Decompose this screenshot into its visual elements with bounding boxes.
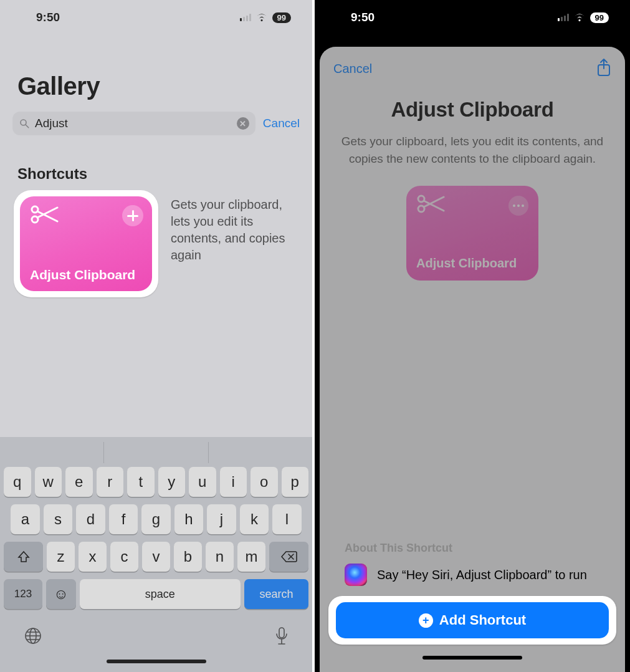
siri-hint-text: Say “Hey Siri, Adjust Clipboard” to run	[377, 568, 587, 582]
status-time: 9:50	[36, 11, 60, 24]
search-key[interactable]: search	[244, 579, 308, 609]
key-w[interactable]: w	[35, 467, 62, 497]
home-indicator[interactable]	[107, 660, 206, 663]
autocorrect-bar[interactable]	[0, 442, 312, 463]
status-time: 9:50	[351, 11, 375, 24]
key-x[interactable]: x	[79, 542, 107, 572]
scissors-icon	[416, 194, 445, 213]
svg-line-1	[26, 125, 29, 128]
scissors-icon	[30, 205, 59, 224]
keyboard[interactable]: qwertyuiop asdfghjkl zxcvbnm 123 ☺ space…	[0, 437, 312, 672]
key-s[interactable]: s	[44, 504, 73, 534]
key-a[interactable]: a	[11, 504, 40, 534]
search-cancel-button[interactable]: Cancel	[263, 117, 300, 130]
plus-circle-icon: +	[419, 613, 433, 628]
battery-badge: 99	[590, 12, 609, 23]
key-d[interactable]: d	[76, 504, 105, 534]
search-field[interactable]: ✕	[12, 112, 255, 135]
status-bar: 9:50 99	[0, 0, 312, 35]
key-c[interactable]: c	[110, 542, 138, 572]
about-heading: About This Shortcut	[328, 542, 616, 564]
home-indicator[interactable]	[422, 656, 522, 660]
search-input[interactable]	[35, 117, 232, 130]
shortcut-title: Adjust Clipboard	[320, 79, 625, 133]
key-r[interactable]: r	[97, 467, 124, 497]
cellular-icon	[240, 14, 251, 21]
shortcut-preview-card[interactable]: Adjust Clipboard	[406, 186, 538, 281]
key-g[interactable]: g	[141, 504, 171, 534]
siri-icon	[345, 564, 367, 586]
page-title: Gallery	[0, 35, 312, 112]
backspace-key[interactable]	[269, 542, 308, 572]
numbers-key[interactable]: 123	[4, 579, 42, 609]
dictation-key[interactable]	[275, 626, 289, 651]
key-y[interactable]: y	[158, 467, 186, 497]
key-l[interactable]: l	[272, 504, 302, 534]
emoji-key[interactable]: ☺	[46, 579, 76, 609]
add-icon[interactable]	[122, 205, 143, 226]
svg-rect-7	[279, 628, 284, 638]
section-heading-shortcuts: Shortcuts	[0, 135, 312, 190]
key-j[interactable]: j	[207, 504, 236, 534]
shortcut-subtitle: Gets your clipboard, lets you edit its c…	[320, 133, 625, 167]
globe-key[interactable]	[24, 626, 42, 651]
status-bar: 9:50 99	[315, 0, 630, 35]
cellular-icon	[558, 14, 569, 21]
key-z[interactable]: z	[47, 542, 75, 572]
key-p[interactable]: p	[282, 467, 309, 497]
battery-badge: 99	[272, 12, 291, 23]
add-shortcut-button[interactable]: + Add Shortcut	[336, 602, 609, 638]
wifi-icon	[573, 13, 586, 22]
key-b[interactable]: b	[174, 542, 202, 572]
wifi-icon	[255, 13, 268, 22]
key-e[interactable]: e	[65, 467, 93, 497]
clear-icon[interactable]: ✕	[237, 117, 249, 130]
key-n[interactable]: n	[206, 542, 234, 572]
key-q[interactable]: q	[4, 467, 31, 497]
add-shortcut-label: Add Shortcut	[439, 612, 526, 628]
key-u[interactable]: u	[189, 467, 216, 497]
siri-hint-row: Say “Hey Siri, Adjust Clipboard” to run	[328, 564, 616, 586]
cancel-button[interactable]: Cancel	[333, 62, 372, 76]
key-o[interactable]: o	[251, 467, 278, 497]
key-v[interactable]: v	[142, 542, 170, 572]
key-f[interactable]: f	[109, 504, 138, 534]
shift-key[interactable]	[4, 542, 43, 572]
share-icon[interactable]	[596, 58, 611, 79]
key-i[interactable]: i	[220, 467, 247, 497]
shortcut-card[interactable]: Adjust Clipboard	[14, 190, 158, 297]
shortcut-description: Gets your clipboard, lets you edit its c…	[171, 190, 298, 264]
key-h[interactable]: h	[174, 504, 204, 534]
more-icon[interactable]	[508, 196, 528, 216]
search-icon	[19, 118, 30, 129]
shortcut-card-label: Adjust Clipboard	[30, 267, 135, 282]
key-m[interactable]: m	[237, 542, 265, 572]
svg-point-0	[21, 120, 26, 125]
shortcut-detail-sheet: Cancel Adjust Clipboard Gets your clipbo…	[320, 47, 625, 672]
space-key[interactable]: space	[80, 579, 241, 609]
key-k[interactable]: k	[240, 504, 269, 534]
shortcut-preview-label: Adjust Clipboard	[416, 256, 517, 271]
key-t[interactable]: t	[127, 467, 155, 497]
